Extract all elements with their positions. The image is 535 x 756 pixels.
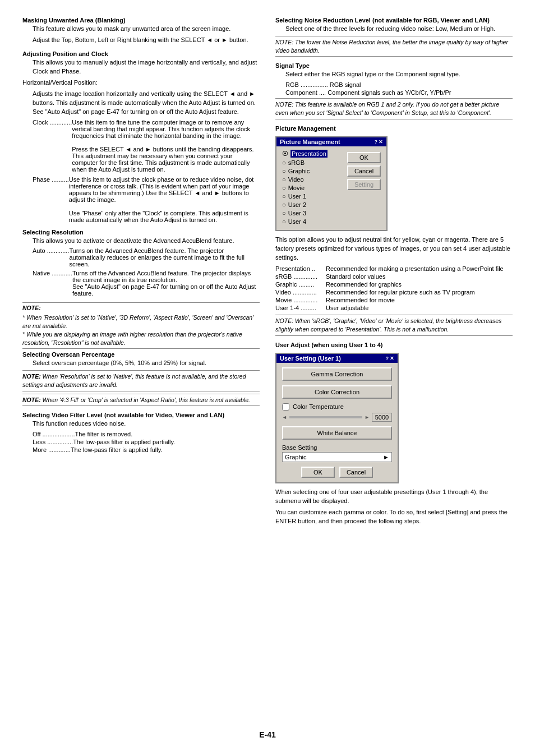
native-key: Native ............: [33, 270, 72, 297]
page-footer: E-41: [22, 728, 513, 739]
phase-val: Use this item to adjust the clock phase …: [69, 176, 260, 223]
overscan-section: Selecting Overscan Percentage Select ove…: [22, 351, 260, 406]
user-adjust-desc2: You can customize each gamma or color. T…: [275, 508, 513, 526]
option-graphic[interactable]: ○ Graphic: [282, 168, 339, 174]
titlebar-buttons: ? ✕: [375, 139, 384, 145]
pm-movie-val: Recommended for movie: [326, 297, 513, 303]
picture-mgmt-desc: This option allows you to adjust neutral…: [275, 236, 513, 262]
srgb-label: sRGB: [288, 159, 305, 166]
radio-graphic[interactable]: ○: [282, 168, 286, 174]
phase-key: Phase ..........: [33, 176, 69, 223]
left-column: Masking Unwanted Area (Blanking) This fe…: [22, 17, 260, 717]
option-user2[interactable]: ○ User 2: [282, 201, 339, 208]
radio-srgb[interactable]: ○: [282, 159, 286, 166]
note-star2: * While you are displaying an image with…: [22, 330, 260, 347]
less-val: The low-pass filter is applied partially…: [73, 439, 260, 445]
more-row: More ............. The low-pass filter i…: [33, 446, 260, 453]
signal-component: Component .... Component signals such as…: [285, 89, 513, 96]
adjusting-title: Adjusting Position and Clock: [22, 50, 260, 57]
option-presentation[interactable]: ⦿ Presentation: [282, 150, 339, 158]
white-balance-button[interactable]: White Balance: [282, 426, 392, 440]
option-user3[interactable]: ○ User 3: [282, 210, 339, 216]
user1-label: User 1: [288, 193, 306, 200]
signal-title: Signal Type: [275, 62, 513, 69]
base-setting-row: Base Setting Graphic ►: [282, 444, 392, 462]
color-temp-checkbox[interactable]: [282, 403, 289, 411]
picture-mgmt-title: Picture Management: [275, 125, 513, 132]
option-movie[interactable]: ○ Movie: [282, 185, 339, 191]
user-setting-dialog: User Setting (User 1) ? ✕ Gamma Correcti…: [275, 353, 399, 483]
close-icon[interactable]: ✕: [379, 139, 383, 145]
auto-val: Turns on the Advanced AccuBlend feature.…: [69, 247, 260, 268]
clock-val: Use this item to fine tune the computer …: [72, 119, 260, 173]
note-label: NOTE:: [22, 305, 260, 311]
radio-user1[interactable]: ○: [282, 193, 286, 200]
clock-row: Clock ............. Use this item to fin…: [33, 119, 260, 173]
radio-presentation[interactable]: ⦿: [282, 150, 288, 157]
picture-mgmt-dialog-title: Picture Management: [280, 139, 340, 145]
gamma-correction-button[interactable]: Gamma Correction: [282, 367, 392, 381]
off-key: Off ...................: [33, 431, 75, 437]
masking-title: Masking Unwanted Area (Blanking): [22, 17, 260, 24]
pm-presentation-key: Presentation ..: [275, 265, 326, 272]
slider-right-arrow[interactable]: ►: [365, 414, 370, 420]
help-icon[interactable]: ?: [375, 139, 378, 145]
auto-row: Auto ............. Turns on the Advanced…: [33, 247, 260, 268]
pm-movie-key: Movie ..............: [275, 297, 326, 303]
masking-text2: Adjust the Top, Bottom, Left or Right bl…: [33, 36, 260, 45]
option-user1[interactable]: ○ User 1: [282, 193, 339, 200]
more-val: The low-pass filter is applied fully.: [71, 446, 260, 453]
pm-note: NOTE: When 'sRGB', 'Graphic', 'Video' or…: [275, 315, 513, 335]
user-cancel-button[interactable]: Cancel: [339, 467, 373, 478]
graphic-label: Graphic: [288, 168, 310, 174]
user-adjust-title: User Adjust (when using User 1 to 4): [275, 342, 513, 348]
slider-track[interactable]: [289, 416, 362, 418]
ok-button[interactable]: OK: [347, 152, 381, 163]
user-titlebar-buttons: ? ✕: [386, 356, 395, 361]
color-correction-button[interactable]: Color Correction: [282, 385, 392, 399]
dialog-content: ⦿ Presentation ○ sRGB ○ Graphic: [282, 150, 381, 227]
overscan-note2-text: When '4:3 Fill' or 'Crop' is selected in…: [43, 397, 250, 403]
user-dialog-title: User Setting (User 1): [280, 355, 341, 362]
radio-movie[interactable]: ○: [282, 185, 286, 191]
picture-mgmt-dialog: Picture Management ? ✕ ⦿ Presentation: [275, 136, 388, 231]
pm-user-val: User adjustable: [326, 305, 513, 311]
option-user4[interactable]: ○ User 4: [282, 218, 339, 225]
pm-user-key: User 1-4 .........: [275, 305, 326, 311]
radio-user2[interactable]: ○: [282, 201, 286, 208]
pm-note-text: NOTE: When 'sRGB', 'Graphic', 'Video' or…: [275, 317, 501, 333]
picture-mgmt-dialog-body: ⦿ Presentation ○ sRGB ○ Graphic: [276, 146, 386, 230]
setting-button[interactable]: Setting: [347, 179, 381, 190]
option-video[interactable]: ○ Video: [282, 176, 339, 183]
user-help-icon[interactable]: ?: [386, 356, 389, 361]
pm-srgb-key: sRGB ..............: [275, 273, 326, 280]
overscan-text: Select overscan percentage (0%, 5%, 10% …: [33, 359, 260, 368]
picture-mgmt-items: Presentation .. Recommended for making a…: [275, 265, 513, 311]
masking-text1: This feature allows you to mask any unwa…: [33, 25, 260, 34]
cancel-button[interactable]: Cancel: [347, 165, 381, 177]
pm-video-val: Recommended for regular picture such as …: [326, 289, 513, 296]
base-dropdown[interactable]: Graphic ►: [282, 452, 392, 462]
pm-graphic-row: Graphic ......... Recommended for graphi…: [275, 281, 513, 288]
user-dialog-titlebar: User Setting (User 1) ? ✕: [276, 354, 398, 363]
noise-note-text: NOTE: The lower the Noise Reduction leve…: [275, 39, 508, 54]
slider-row: ◄ ► 5000: [282, 413, 392, 422]
radio-video[interactable]: ○: [282, 176, 286, 183]
signal-note: NOTE: This feature is available on RGB 1…: [275, 98, 513, 119]
picture-mgmt-titlebar: Picture Management ? ✕: [276, 137, 386, 146]
user-adjust-section: User Adjust (when using User 1 to 4) Use…: [275, 342, 513, 526]
pm-graphic-val: Recommended for graphics: [326, 281, 513, 288]
picture-options: ⦿ Presentation ○ sRGB ○ Graphic: [282, 150, 339, 227]
dropdown-arrow-icon: ►: [383, 454, 389, 460]
page: Masking Unwanted Area (Blanking) This fe…: [0, 0, 535, 756]
pm-presentation-val: Recommended for making a presentation us…: [326, 265, 513, 272]
slider-left-arrow[interactable]: ◄: [282, 414, 287, 420]
option-srgb[interactable]: ○ sRGB: [282, 159, 339, 166]
user-close-icon[interactable]: ✕: [390, 356, 394, 361]
noise-section: Selecting Noise Reduction Level (not ava…: [275, 17, 513, 57]
signal-note-text: NOTE: This feature is available on RGB 1…: [275, 101, 499, 116]
radio-user3[interactable]: ○: [282, 210, 286, 216]
radio-user4[interactable]: ○: [282, 218, 286, 225]
color-temp-label: Color Temperature: [293, 403, 344, 410]
user-ok-button[interactable]: OK: [301, 467, 335, 478]
